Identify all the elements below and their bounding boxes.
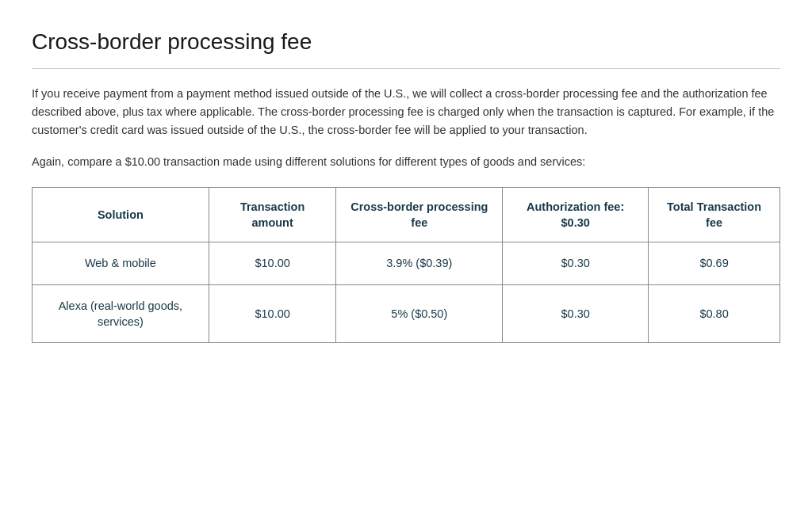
cell-authorization-fee: $0.30 bbox=[503, 242, 649, 284]
col-header-total-fee: Total Transaction fee bbox=[649, 188, 779, 242]
description-paragraph-2: Again, compare a $10.00 transaction made… bbox=[32, 153, 780, 171]
col-header-solution: Solution bbox=[33, 188, 209, 242]
page-title: Cross-border processing fee bbox=[32, 25, 780, 59]
description-paragraph-1: If you receive payment from a payment me… bbox=[32, 85, 780, 140]
col-header-authorization-fee: Authorization fee: $0.30 bbox=[503, 188, 649, 242]
title-divider bbox=[32, 68, 780, 69]
cell-cross-border-fee: 3.9% ($0.39) bbox=[336, 242, 503, 284]
col-header-transaction-amount: Transaction amount bbox=[209, 188, 336, 242]
cell-cross-border-fee: 5% ($0.50) bbox=[336, 284, 503, 342]
col-header-cross-border-fee: Cross-border processing fee bbox=[336, 188, 503, 242]
cell-solution: Web & mobile bbox=[33, 242, 209, 284]
table-header-row: Solution Transaction amount Cross-border… bbox=[33, 188, 779, 242]
cell-transaction-amount: $10.00 bbox=[209, 284, 336, 342]
cell-authorization-fee: $0.30 bbox=[503, 284, 649, 342]
cell-total-fee: $0.80 bbox=[649, 284, 779, 342]
cell-solution: Alexa (real-world goods, services) bbox=[33, 284, 209, 342]
table-row: Alexa (real-world goods, services)$10.00… bbox=[33, 284, 779, 342]
fee-table: Solution Transaction amount Cross-border… bbox=[33, 188, 779, 342]
cell-total-fee: $0.69 bbox=[649, 242, 779, 284]
cell-transaction-amount: $10.00 bbox=[209, 242, 336, 284]
table-row: Web & mobile$10.003.9% ($0.39)$0.30$0.69 bbox=[33, 242, 779, 284]
fee-table-wrapper: Solution Transaction amount Cross-border… bbox=[32, 187, 780, 343]
table-body: Web & mobile$10.003.9% ($0.39)$0.30$0.69… bbox=[33, 242, 779, 342]
page-container: Cross-border processing fee If you recei… bbox=[0, 0, 812, 515]
